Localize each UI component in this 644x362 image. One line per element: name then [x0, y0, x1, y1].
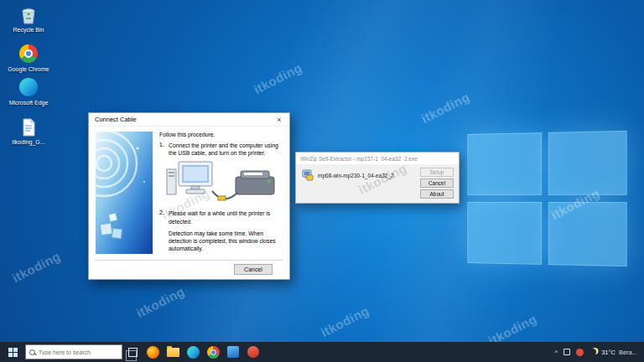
desktop-icon-file[interactable]: itkoding_G...	[4, 117, 53, 146]
watermark: itkoding	[252, 60, 304, 96]
procedure-intro-text: Follow this procedure.	[159, 132, 283, 137]
weather-description: Bera...	[619, 349, 637, 356]
taskbar-item-file-explorer[interactable]	[163, 342, 183, 362]
taskbar-item-mail[interactable]	[243, 342, 263, 362]
step-1-text: Connect the printer and the computer usi…	[169, 142, 283, 157]
taskbar-item-edge[interactable]	[183, 342, 203, 362]
step-1-number: 1.	[159, 142, 169, 157]
windows-logo-pane	[548, 131, 627, 195]
dialog-separator	[96, 260, 283, 261]
close-icon[interactable]: ×	[269, 113, 289, 127]
system-tray: ^ 31°C Bera...	[554, 349, 644, 356]
photos-icon	[227, 346, 239, 358]
desktop-icon-label: itkoding_G...	[4, 139, 53, 146]
search-input[interactable]	[39, 349, 114, 355]
desktop: Recycle Bin Google Chrome Microsoft Edge…	[0, 0, 644, 362]
windows-logo-pane	[548, 202, 627, 266]
connect-cable-title: Connect Cable	[89, 116, 137, 123]
tray-chevron-icon[interactable]: ^	[554, 349, 558, 356]
winzip-titlebar[interactable]: WinZip Self-Extractor - mp237-1_04-ea32_…	[296, 153, 459, 164]
winzip-title: WinZip Self-Extractor - mp237-1_04-ea32_…	[296, 156, 418, 162]
cancel-button[interactable]: Cancel	[420, 178, 454, 188]
weather-temperature: 31°C	[601, 349, 615, 356]
computer-printer-illustration	[162, 159, 281, 205]
connect-cable-titlebar[interactable]: Connect Cable ×	[89, 113, 289, 127]
watermark: itkoding	[319, 303, 371, 339]
task-view-icon	[128, 348, 138, 357]
step-1: 1. Connect the printer and the computer …	[159, 142, 283, 157]
task-view-button[interactable]	[122, 342, 143, 362]
desktop-icon-label: Google Chrome	[4, 66, 53, 73]
watermark: itkoding	[134, 284, 187, 320]
windows-logo-wallpaper	[467, 131, 626, 266]
taskbar-item-firefox[interactable]	[143, 342, 163, 362]
start-button[interactable]	[0, 342, 25, 362]
installer-app-icon	[302, 169, 314, 181]
connect-cable-dialog: Connect Cable ×	[88, 112, 290, 280]
step-2-number: 2.	[159, 209, 169, 225]
extracting-filename: mp68-win-mp230-1_04-ea32_2	[318, 173, 394, 178]
windows-start-icon	[8, 348, 18, 357]
desktop-icon-label: Recycle Bin	[4, 27, 53, 34]
tray-app-icon[interactable]	[564, 349, 570, 355]
chrome-icon	[207, 346, 220, 359]
taskbar-search[interactable]	[25, 344, 122, 359]
search-icon	[29, 349, 35, 355]
watermark: itkoding	[10, 249, 63, 285]
wizard-side-artwork	[96, 132, 153, 254]
moon-weather-icon	[589, 349, 596, 355]
mail-app-icon	[247, 346, 259, 358]
taskbar-item-chrome[interactable]	[203, 342, 223, 362]
weather-widget[interactable]: 31°C Bera...	[589, 349, 637, 356]
desktop-icon-chrome[interactable]: Google Chrome	[4, 44, 53, 73]
desktop-icon-edge[interactable]: Microsoft Edge	[4, 77, 53, 106]
windows-logo-pane	[467, 132, 542, 195]
firefox-icon	[147, 346, 159, 359]
recycle-bin-icon	[18, 5, 39, 25]
winzip-self-extractor-dialog: WinZip Self-Extractor - mp237-1_04-ea32_…	[295, 152, 460, 204]
edge-icon	[187, 346, 200, 359]
about-button[interactable]: About	[420, 189, 454, 199]
chrome-icon	[18, 44, 39, 65]
watermark: itkoding	[419, 90, 472, 126]
setup-button[interactable]: Setup	[420, 168, 454, 177]
edge-icon	[18, 78, 39, 98]
taskbar-item-photos[interactable]	[223, 342, 243, 362]
windows-logo-pane	[467, 202, 542, 265]
desktop-icon-label: Microsoft Edge	[4, 100, 53, 106]
desktop-icon-recycle-bin[interactable]: Recycle Bin	[4, 5, 53, 34]
document-icon	[18, 117, 39, 137]
cancel-button[interactable]: Cancel	[234, 264, 273, 275]
step-2-text: Please wait for a while until the printe…	[169, 209, 283, 225]
file-explorer-icon	[167, 348, 179, 357]
tray-notification-icon[interactable]	[576, 349, 584, 356]
detection-note-text: Detection may take some time. When detec…	[169, 230, 283, 253]
step-2: 2. Please wait for a while until the pri…	[159, 209, 283, 225]
taskbar: ^ 31°C Bera...	[0, 342, 644, 362]
